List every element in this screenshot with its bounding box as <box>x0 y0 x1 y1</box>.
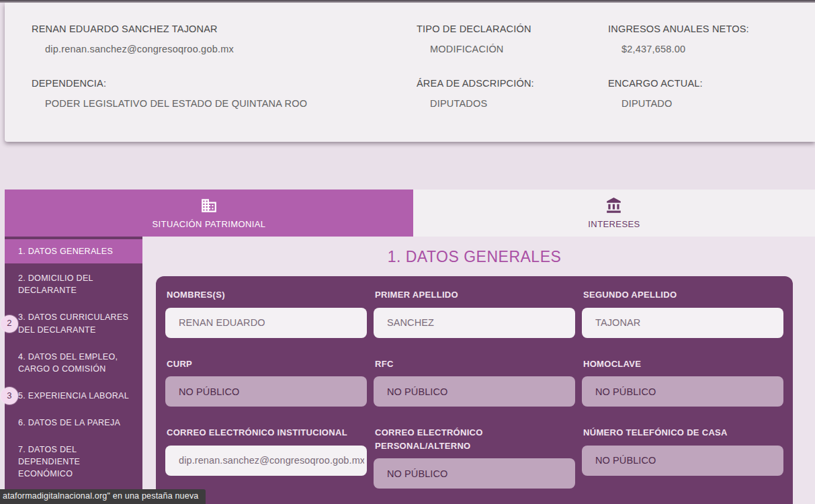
field-homoclave: HOMOCLAVE <box>582 358 783 407</box>
sidebar-item-datos-curriculares[interactable]: 2 3. DATOS CURRICULARES DEL DECLARANTE <box>5 305 142 341</box>
telefono-casa-input <box>582 446 783 476</box>
profile-card-column-1: RENAN EDUARDO SANCHEZ TAJONAR dip.renan.… <box>32 23 417 142</box>
area-adscripcion-value: DIPUTADOS <box>417 97 608 110</box>
page-title: 1. DATOS GENERALES <box>156 248 793 266</box>
tipo-declaracion-value: MODIFICACIÓN <box>417 43 608 55</box>
field-curp: CURP <box>165 358 367 407</box>
segundo-apellido-input[interactable] <box>582 308 783 338</box>
profile-card-column-3: INGRESOS ANUALES NETOS: $2,437,658.00 EN… <box>608 23 808 142</box>
correo-personal-label: CORREO ELECTRÓNICO PERSONAL/ALTERNO <box>375 426 575 452</box>
status-badge: 2 <box>1 315 18 333</box>
sidebar-item-label: 5. EXPERIENCIA LABORAL <box>18 391 129 401</box>
sidebar-item-domicilio-declarante[interactable]: 2. DOMICILIO DEL DECLARANTE <box>5 266 142 302</box>
tab-intereses[interactable]: INTERESES <box>413 190 815 237</box>
homoclave-label: HOMOCLAVE <box>583 358 783 371</box>
area-adscripcion-label: ÁREA DE ADSCRIPCIÓN: <box>417 77 608 89</box>
tab-situacion-patrimonial-label: SITUACIÓN PATRIMONIAL <box>153 219 266 229</box>
encargo-value: DIPUTADO <box>608 97 808 110</box>
status-badge: 3 <box>1 387 18 405</box>
declarant-email: dip.renan.sanchez@congresoqroo.gob.mx <box>32 43 417 55</box>
bank-icon <box>605 197 623 214</box>
field-nombres: NOMBRES(S) <box>165 288 367 338</box>
ingresos-value: $2,437,658.00 <box>608 43 808 55</box>
declaration-tabbar: SITUACIÓN PATRIMONIAL INTERESES <box>5 190 815 237</box>
declaration-page: { "colors": { "accent": "#b15fad", "side… <box>0 0 815 504</box>
tipo-declaracion-label: TIPO DE DECLARACIÓN <box>417 23 608 35</box>
declarant-name: RENAN EDUARDO SANCHEZ TAJONAR <box>32 23 417 35</box>
office-building-icon <box>200 197 218 214</box>
field-telefono-casa: NÚMERO TELEFÓNICO DE CASA <box>582 426 783 476</box>
encargo-label: ENCARGO ACTUAL: <box>608 77 808 89</box>
profile-card-column-2: TIPO DE DECLARACIÓN MODIFICACIÓN ÁREA DE… <box>417 23 608 142</box>
correo-personal-input <box>374 458 575 489</box>
correo-institucional-label: CORREO ELECTRÓNICO INSTITUCIONAL <box>167 426 367 439</box>
field-segundo-apellido: SEGUNDO APELLIDO <box>582 288 783 338</box>
profile-summary-card: RENAN EDUARDO SANCHEZ TAJONAR dip.renan.… <box>5 3 815 142</box>
primer-apellido-input[interactable] <box>374 308 575 338</box>
dependencia-label: DEPENDENCIA: <box>32 77 417 89</box>
sidebar-item-label: 7. DATOS DEL DEPENDIENTE ECONÓMICO <box>18 445 80 478</box>
segundo-apellido-label: SEGUNDO APELLIDO <box>583 288 783 302</box>
rfc-label: RFC <box>375 358 575 371</box>
homoclave-input <box>582 376 783 407</box>
field-rfc: RFC <box>374 358 575 407</box>
sidebar-item-dependiente-economico[interactable]: 7. DATOS DEL DEPENDIENTE ECONÓMICO <box>5 437 142 486</box>
nombres-input[interactable] <box>165 308 367 338</box>
correo-institucional-input[interactable] <box>165 446 367 476</box>
field-correo-personal: CORREO ELECTRÓNICO PERSONAL/ALTERNO <box>374 426 575 489</box>
browser-status-tooltip: ataformadigitalnacional.org" en una pest… <box>0 489 206 504</box>
rfc-input <box>374 376 575 407</box>
field-correo-institucional: CORREO ELECTRÓNICO INSTITUCIONAL <box>165 426 367 476</box>
sidebar-item-label: 3. DATOS CURRICULARES DEL DECLARANTE <box>18 312 128 334</box>
tab-intereses-label: INTERESES <box>588 219 640 229</box>
primer-apellido-label: PRIMER APELLIDO <box>375 288 575 302</box>
field-primer-apellido: PRIMER APELLIDO <box>374 288 575 338</box>
sidebar-item-label: 6. DATOS DE LA PAREJA <box>18 418 120 427</box>
dependencia-value: PODER LEGISLATIVO DEL ESTADO DE QUINTANA… <box>32 97 417 110</box>
sidebar-item-experiencia-laboral[interactable]: 3 5. EXPERIENCIA LABORAL <box>5 384 142 408</box>
curp-label: CURP <box>167 358 367 371</box>
sidebar-item-label: 1. DATOS GENERALES <box>18 247 113 256</box>
ingresos-label: INGRESOS ANUALES NETOS: <box>608 23 808 35</box>
sidebar-item-label: 2. DOMICILIO DEL DECLARANTE <box>18 274 93 295</box>
sidebar-item-datos-empleo[interactable]: 4. DATOS DEL EMPLEO, CARGO O COMISIÓN <box>5 345 142 381</box>
nombres-label: NOMBRES(S) <box>167 288 367 302</box>
sidebar-item-datos-generales[interactable]: 1. DATOS GENERALES <box>5 239 142 263</box>
sidebar-item-datos-pareja[interactable]: 6. DATOS DE LA PAREJA <box>5 411 142 435</box>
sections-sidebar: 1. DATOS GENERALES 2. DOMICILIO DEL DECL… <box>5 237 142 504</box>
section-content: 1. DATOS GENERALES NOMBRES(S) PRIMER APE… <box>142 237 815 504</box>
curp-input <box>165 376 367 407</box>
top-shadow-divider <box>0 0 815 3</box>
telefono-casa-label: NÚMERO TELEFÓNICO DE CASA <box>583 426 783 439</box>
datos-generales-form-panel: NOMBRES(S) PRIMER APELLIDO SEGUNDO APELL… <box>156 276 793 504</box>
sidebar-item-label: 4. DATOS DEL EMPLEO, CARGO O COMISIÓN <box>18 352 118 374</box>
tab-situacion-patrimonial[interactable]: SITUACIÓN PATRIMONIAL <box>5 190 413 237</box>
